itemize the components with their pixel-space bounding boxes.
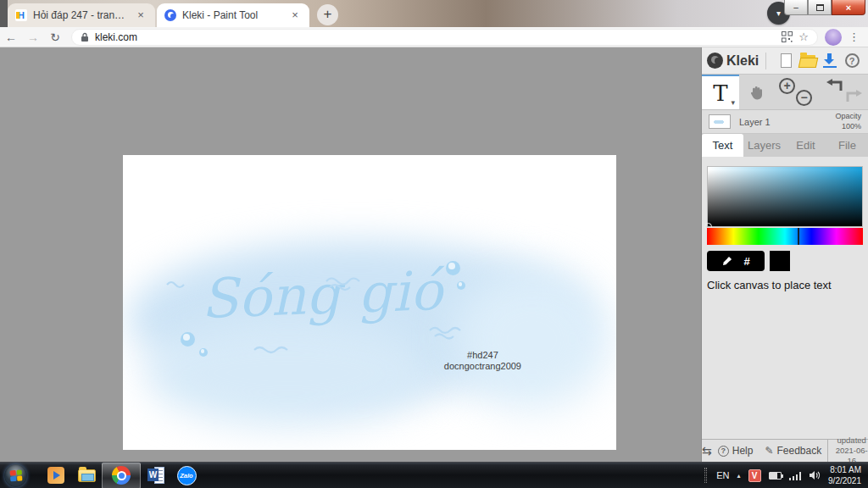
word-icon: W	[147, 467, 164, 484]
media-player-icon	[47, 467, 64, 484]
chevron-down-icon: ▾	[776, 8, 781, 18]
redo-icon[interactable]	[844, 90, 863, 105]
hidden-icons-button[interactable]: ▴	[737, 472, 741, 480]
bubble	[181, 332, 195, 347]
swap-colors-icon[interactable]: ⇆	[702, 444, 712, 458]
bubble	[446, 261, 460, 275]
tab-file[interactable]: File	[826, 134, 868, 157]
help-button[interactable]: ?	[841, 53, 863, 68]
color-picker-section: # Click canvas to place text	[702, 157, 868, 291]
wave-squiggle	[325, 276, 369, 291]
folder-explorer-icon	[78, 469, 96, 482]
unikey-icon[interactable]: V	[748, 469, 761, 482]
help-icon: ?	[845, 53, 860, 68]
zoom-tools: + −	[775, 75, 821, 109]
undo-icon[interactable]	[826, 79, 844, 94]
tab-close-icon[interactable]: ×	[134, 8, 147, 22]
back-button[interactable]: ←	[0, 30, 22, 44]
text-tool-button[interactable]: T ▾	[702, 75, 739, 109]
kleki-header: Kleki ?	[702, 47, 868, 75]
volume-icon[interactable]	[809, 470, 821, 480]
help-link[interactable]: ? Help	[712, 445, 760, 457]
screen: H Hỏi đáp 247 - trang tra loi × Kleki - …	[0, 0, 868, 488]
color-controls: #	[707, 251, 863, 271]
eyedropper-icon[interactable]	[721, 256, 732, 267]
windows-taskbar: W Zalo EN ▴ V 8:01 AM 9/2/2021	[0, 462, 868, 488]
hue-cursor[interactable]	[798, 228, 799, 245]
profile-avatar[interactable]	[825, 29, 842, 46]
kleki-footer: ⇆ ? Help ✎ Feedback updated 2021-06-16	[702, 439, 868, 462]
tab-text[interactable]: Text	[702, 134, 743, 157]
browser-menu-icon[interactable]: ⋮	[849, 30, 860, 43]
zoom-out-button[interactable]: −	[796, 90, 812, 106]
hand-tool-button[interactable]	[739, 75, 775, 109]
hex-input-icon[interactable]: #	[743, 255, 749, 268]
open-file-button[interactable]	[797, 55, 819, 66]
new-image-button[interactable]	[775, 53, 797, 68]
watermark-line2: docngoctrang2009	[444, 361, 521, 372]
forward-button[interactable]: →	[22, 30, 44, 44]
wave-squiggle	[253, 345, 293, 355]
kleki-workspace[interactable]: Sóng gió #hd247 docngoctrang2009	[0, 47, 701, 462]
drawing-canvas[interactable]: Sóng gió #hd247 docngoctrang2009	[123, 155, 616, 450]
taskbar-zalo[interactable]: Zalo	[171, 463, 202, 488]
layer-opacity: Opacity 100%	[835, 112, 861, 131]
active-layer-row[interactable]: Layer 1 Opacity 100%	[702, 110, 868, 134]
language-indicator[interactable]: EN	[716, 470, 729, 480]
network-icon[interactable]	[789, 471, 802, 480]
new-page-icon	[781, 53, 792, 68]
zoom-in-button[interactable]: +	[779, 78, 795, 94]
taskbar-explorer[interactable]	[71, 463, 102, 488]
browser-toolbar: ← → ↻ kleki.com ☆ ⋮	[0, 27, 868, 47]
updated-info: updated 2021-06-16	[827, 440, 868, 462]
question-icon: ?	[718, 446, 729, 457]
zalo-icon: Zalo	[177, 466, 197, 485]
hue-slider[interactable]	[707, 228, 863, 245]
tab-title: Kleki - Paint Tool	[182, 9, 282, 21]
tab-edit[interactable]: Edit	[785, 134, 826, 157]
window-edge	[0, 0, 8, 27]
hoidap247-favicon: H	[15, 9, 27, 21]
watermark-line1: #hd247	[444, 350, 521, 361]
text-tool-hint: Click canvas to place text	[707, 279, 863, 291]
maximize-icon	[816, 4, 824, 11]
taskbar-word[interactable]: W	[141, 463, 171, 488]
reload-button[interactable]: ↻	[44, 30, 66, 44]
feedback-link[interactable]: ✎ Feedback	[759, 445, 827, 457]
browser-tab-hoidap247[interactable]: H Hỏi đáp 247 - trang tra loi ×	[8, 3, 155, 27]
close-button[interactable]: ×	[832, 0, 865, 15]
taskbar-chrome[interactable]	[102, 463, 141, 488]
bubble	[457, 281, 465, 290]
color-input-pill: #	[707, 251, 765, 271]
start-button[interactable]	[4, 464, 27, 487]
battery-icon[interactable]	[769, 472, 782, 480]
saturation-value-gradient[interactable]	[707, 166, 863, 227]
browser-tab-strip: H Hỏi đáp 247 - trang tra loi × Kleki - …	[0, 0, 868, 27]
panel-spacer	[702, 291, 868, 439]
divider	[765, 53, 766, 69]
url-text: kleki.com	[95, 31, 776, 43]
wave-squiggle	[165, 280, 187, 290]
tab-layers[interactable]: Layers	[743, 134, 785, 157]
download-icon	[823, 53, 837, 68]
wave-squiggle	[428, 326, 467, 340]
hand-icon	[748, 83, 765, 102]
taskbar-clock[interactable]: 8:01 AM 9/2/2021	[828, 464, 861, 486]
bookmark-star-icon[interactable]: ☆	[798, 30, 809, 43]
tab-close-icon[interactable]: ×	[288, 8, 302, 22]
new-tab-button[interactable]: +	[317, 4, 338, 25]
save-button[interactable]	[819, 53, 841, 68]
current-color-swatch[interactable]	[770, 251, 790, 271]
chrome-icon	[112, 466, 131, 485]
address-bar[interactable]: kleki.com ☆	[71, 29, 818, 46]
history-tools	[821, 75, 868, 109]
panel-tabs: Text Layers Edit File	[702, 134, 868, 157]
maximize-button[interactable]	[808, 0, 832, 15]
browser-tab-kleki[interactable]: Kleki - Paint Tool ×	[157, 3, 309, 27]
taskbar-media-player[interactable]	[41, 463, 71, 488]
system-tray: EN ▴ V 8:01 AM 9/2/2021	[704, 464, 868, 486]
minimize-button[interactable]: –	[784, 0, 808, 15]
text-tool-letter: T	[713, 80, 727, 106]
qr-code-icon[interactable]	[782, 31, 793, 42]
watermark: #hd247 docngoctrang2009	[444, 350, 521, 371]
